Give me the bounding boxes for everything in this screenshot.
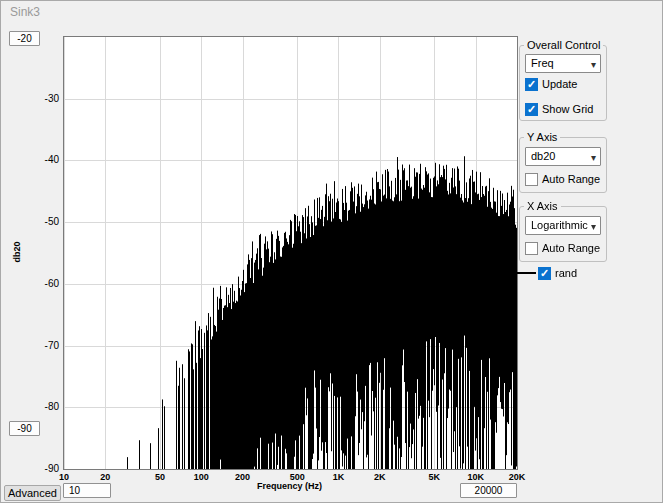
chevron-down-icon: ▾ xyxy=(591,218,596,235)
y-tick-label: -60 xyxy=(33,278,59,289)
rand-checkbox[interactable]: rand xyxy=(538,266,577,280)
chevron-down-icon: ▾ xyxy=(591,56,596,73)
x-axis-group-label: X Axis xyxy=(524,200,561,212)
y-auto-range-checkbox-box xyxy=(525,173,538,186)
y-max-field[interactable] xyxy=(9,31,40,46)
y-tick-label: -50 xyxy=(33,216,59,227)
advanced-button[interactable]: Advanced xyxy=(4,485,61,501)
y-tick-label: -30 xyxy=(33,93,59,104)
freq-combobox[interactable]: Freq ▾ xyxy=(525,54,601,73)
y-axis-group-label: Y Axis xyxy=(524,131,560,143)
show-grid-checkbox-label: Show Grid xyxy=(542,103,593,115)
y-axis-label: db20 xyxy=(12,241,22,262)
show-grid-checkbox-box xyxy=(525,103,538,116)
freq-combobox-value: Freq xyxy=(531,57,554,69)
y-auto-range-checkbox-label: Auto Range xyxy=(542,173,600,185)
overall-control-group: Overall Control Freq ▾ Update Show Grid xyxy=(519,45,607,121)
update-checkbox-box xyxy=(525,78,538,91)
window-title: Sink3 xyxy=(10,5,40,19)
y-tick-label: -70 xyxy=(33,340,59,351)
y-tick-label: -80 xyxy=(33,401,59,412)
titlebar: Sink3 xyxy=(1,1,662,23)
y-axis-group: Y Axis db20 ▾ Auto Range xyxy=(519,137,607,193)
x-auto-range-checkbox[interactable]: Auto Range xyxy=(525,241,600,255)
legend-label: rand xyxy=(555,267,577,279)
x-auto-range-checkbox-label: Auto Range xyxy=(542,242,600,254)
show-grid-checkbox[interactable]: Show Grid xyxy=(525,102,593,116)
legend-line xyxy=(515,272,536,274)
y-axis-combobox-value: db20 xyxy=(531,150,555,162)
y-auto-range-checkbox[interactable]: Auto Range xyxy=(525,172,600,186)
update-checkbox[interactable]: Update xyxy=(525,77,577,91)
y-tick-label: -40 xyxy=(33,154,59,165)
x-axis-combobox[interactable]: Logarithmic ▾ xyxy=(525,216,601,235)
y-axis-combobox[interactable]: db20 ▾ xyxy=(525,147,601,166)
chevron-down-icon: ▾ xyxy=(591,149,596,166)
x-axis-group: X Axis Logarithmic ▾ Auto Range xyxy=(519,206,607,262)
window: Sink3 Advanced 1020501002005001K2K5K10K2… xyxy=(0,0,663,503)
update-checkbox-label: Update xyxy=(542,78,577,90)
y-min-field[interactable] xyxy=(9,421,40,436)
x-axis-label: Frequency (Hz) xyxy=(63,481,516,491)
x-auto-range-checkbox-box xyxy=(525,242,538,255)
spectrum-plot[interactable] xyxy=(63,36,518,470)
y-tick-label: -90 xyxy=(33,463,59,474)
overall-control-group-label: Overall Control xyxy=(524,39,603,51)
rand-checkbox-box xyxy=(538,267,551,280)
x-axis-combobox-value: Logarithmic xyxy=(531,219,588,231)
